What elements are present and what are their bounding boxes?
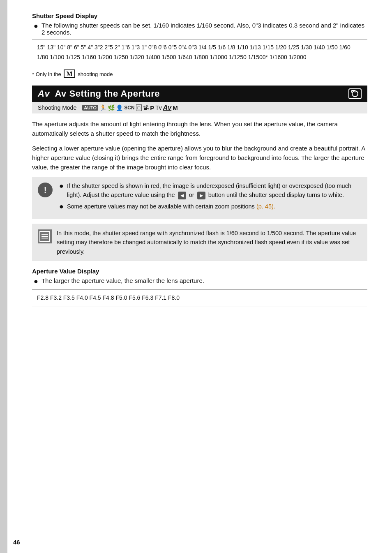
mode-mountain: 🌿 [108, 104, 115, 111]
warning-bullet1: ● If the shutter speed is shown in red, … [58, 182, 362, 200]
camera-icon [348, 88, 362, 99]
aperture-value-bullet: ● The larger the aperture value, the sma… [32, 277, 367, 286]
footnote-start: * Only in the [32, 71, 61, 77]
left-arrow-btn: ◀ [178, 192, 186, 199]
mode-m: M [173, 104, 178, 111]
mode-auto: AUTO [82, 105, 98, 111]
av-body-paragraph1: The aperture adjusts the amount of light… [32, 119, 367, 139]
note-line-2 [42, 236, 48, 237]
av-header-title: Av Av Setting the Aperture [38, 88, 160, 99]
av-section-header: Av Av Setting the Aperture [32, 86, 367, 102]
note-line-3 [42, 238, 48, 238]
note-icon-inner [39, 231, 50, 242]
or-text: or [189, 192, 196, 198]
warning-text1: If the shutter speed is shown in red, th… [67, 182, 362, 200]
warning-icon: ! [38, 183, 53, 197]
shutter-speeds-list: 15" 13" 10" 8" 6" 5" 4" 3"2 2"5 2" 1"6 1… [37, 44, 350, 60]
mode-portrait: 👤 [116, 104, 123, 111]
mode-av: Av [163, 104, 171, 111]
warning-content: ● If the shutter speed is shown in red, … [58, 182, 362, 213]
shutter-speed-text: The following shutter speeds can be set.… [42, 22, 367, 36]
mode-runner: 🏃 [99, 104, 106, 111]
mode-scn: SCN [124, 105, 134, 111]
mode-box1: □ [136, 104, 142, 111]
note-text: In this mode, the shutter speed range wi… [57, 229, 362, 256]
warning-link[interactable]: (p. 45). [256, 203, 275, 210]
aperture-values-list: F2.8 F3.2 F3.5 F4.0 F4.5 F4.8 F5.0 F5.6 … [37, 294, 180, 301]
warning-bullet2: ● Some aperture values may not be availa… [58, 202, 362, 211]
shutter-speed-bullet: ● The following shutter speeds can be se… [32, 22, 367, 36]
bullet-dot: ● [34, 22, 38, 31]
bullet-dot-2: ● [59, 202, 64, 211]
warning-box: ! ● If the shutter speed is shown in red… [32, 177, 367, 218]
footnote-end: shooting mode [78, 71, 113, 77]
bullet-dot-1: ● [59, 182, 64, 191]
mode-icons: AUTO 🏃 🌿 👤 SCN □ 📽 P Tv Av M [82, 104, 178, 111]
mode-p: P [150, 104, 154, 111]
aperture-values-box: F2.8 F3.2 F3.5 F4.0 F4.5 F4.8 F5.0 F5.6 … [32, 289, 367, 307]
av-body-paragraph2: Selecting a lower aperture value (openin… [32, 143, 367, 172]
note-line-1 [42, 234, 48, 235]
shooting-mode-label: Shooting Mode [38, 104, 76, 111]
bullet-dot-3: ● [34, 277, 38, 286]
mode-film: 📽 [143, 104, 149, 111]
m-mode-symbol: M [64, 69, 75, 79]
shooting-mode-row: Shooting Mode AUTO 🏃 🌿 👤 SCN □ 📽 P Tv Av… [32, 102, 367, 113]
note-box: In this mode, the shutter speed range wi… [32, 224, 367, 261]
footnote: * Only in the M shooting mode [32, 69, 367, 79]
mode-tv: Tv [155, 104, 162, 111]
shutter-speeds-box: 15" 13" 10" 8" 6" 5" 4" 3"2 2"5 2" 1"6 1… [32, 39, 367, 66]
aperture-value-title: Aperture Value Display [32, 268, 367, 275]
note-icon [38, 229, 52, 243]
warning-text2: Some aperture values may not be availabl… [67, 202, 275, 211]
page-number: 46 [13, 539, 20, 546]
left-bar [0, 0, 7, 553]
aperture-value-text: The larger the aperture value, the small… [42, 277, 204, 284]
shutter-speed-title: Shutter Speed Display [32, 12, 367, 19]
right-arrow-btn: ▶ [197, 192, 205, 199]
